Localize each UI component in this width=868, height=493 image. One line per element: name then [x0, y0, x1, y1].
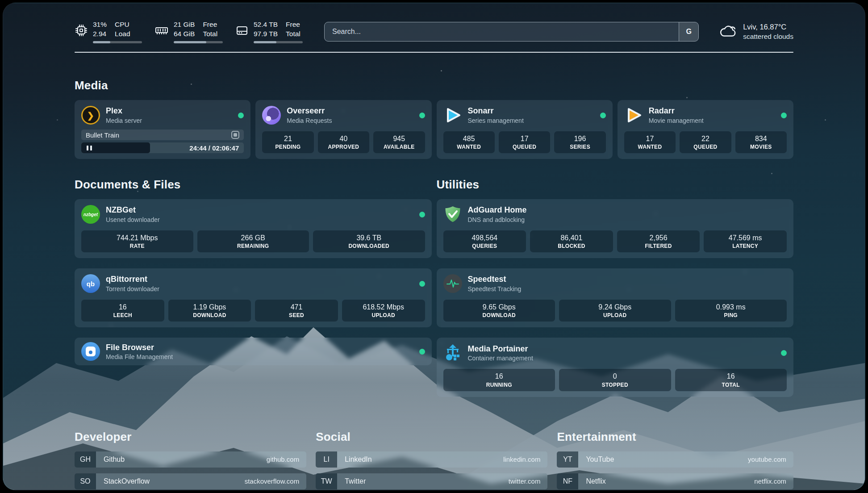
stat-rate: 744.21 MbpsRATE: [81, 230, 193, 252]
dashboard-window: 31% 2.94 CPU Load: [3, 3, 865, 490]
search-provider-button[interactable]: G: [679, 22, 698, 41]
bookmark-github[interactable]: GH Github github.com: [75, 451, 306, 468]
developer-section-title: Developer: [75, 430, 306, 444]
portainer-card[interactable]: Media Portainer Container management 16R…: [437, 338, 794, 397]
memory-total-value: 64 GiB: [174, 29, 195, 38]
weather-condition: scattered clouds: [743, 32, 793, 42]
memory-icon: [154, 24, 169, 39]
memory-widget: 21 GiB 64 GiB Free Total: [154, 20, 223, 43]
filebrowser-name: File Browser: [106, 343, 173, 353]
stat-ping: 0.993 msPING: [675, 300, 787, 322]
stat-filtered: 2,956FILTERED: [617, 230, 700, 252]
adguard-shield-icon: [443, 205, 462, 224]
plex-card[interactable]: ❯ Plex Media server Bullet Train 24:44: [75, 100, 250, 159]
disk-icon: [235, 24, 249, 39]
stat-download: 1.19 GbpsDOWNLOAD: [168, 300, 251, 322]
filebrowser-icon: [81, 342, 100, 361]
plex-icon: ❯: [81, 106, 100, 125]
search-input[interactable]: [325, 22, 679, 41]
disk-widget: 52.4 TB 97.9 TB Free Total: [235, 20, 303, 43]
section-utilities: Utilities AdGuard Home DNS and adblockin…: [437, 178, 794, 397]
stat-running: 16RUNNING: [443, 369, 555, 391]
weather-location-temp: Lviv, 16.87°C: [743, 22, 793, 32]
disk-progress-fill: [254, 41, 276, 43]
bookmark-youtube[interactable]: YT YouTube youtube.com: [557, 451, 793, 468]
stat-queued: 22QUEUED: [680, 131, 731, 153]
disk-free-value: 52.4 TB: [254, 20, 278, 29]
utilities-section-title: Utilities: [437, 178, 794, 192]
youtube-abbr-badge: YT: [557, 451, 578, 468]
memory-free-label: Free: [203, 20, 217, 29]
plex-now-playing-row: Bullet Train: [81, 130, 244, 140]
radarr-icon: [624, 106, 643, 125]
nzbget-card[interactable]: nzbget NZBGet Usenet downloader 744.21 M…: [75, 199, 432, 258]
weather-widget: Lviv, 16.87°C scattered clouds: [719, 22, 793, 41]
stat-leech: 16LEECH: [81, 300, 164, 322]
now-playing-title: Bullet Train: [86, 131, 119, 139]
stat-wanted: 17WANTED: [624, 131, 676, 153]
cpu-icon: [75, 24, 88, 39]
section-media: Media ❯ Plex Media server Bullet Train: [75, 79, 793, 159]
portainer-subtitle: Container management: [468, 354, 533, 362]
media-section-title: Media: [75, 79, 793, 92]
bookmark-twitter[interactable]: TW Twitter twitter.com: [316, 473, 547, 489]
nzbget-icon: nzbget: [81, 205, 100, 224]
cast-screen-icon: [231, 131, 239, 139]
filebrowser-status-dot: [419, 349, 425, 355]
stat-seed: 471SEED: [255, 300, 338, 322]
overseerr-subtitle: Media Requests: [287, 117, 332, 125]
adguard-card[interactable]: AdGuard Home DNS and adblocking 498,564Q…: [437, 199, 794, 258]
stackoverflow-abbr-badge: SO: [75, 473, 96, 489]
stat-downloaded: 39.6 TBDOWNLOADED: [313, 230, 425, 252]
stat-download: 9.65 GbpsDOWNLOAD: [443, 300, 555, 322]
linkedin-abbr-badge: LI: [316, 451, 337, 468]
cpu-label: CPU: [115, 20, 130, 29]
section-documents: Documents & Files nzbget NZBGet Usenet d…: [75, 178, 432, 365]
disk-total-label: Total: [286, 29, 300, 38]
sonarr-subtitle: Series management: [468, 117, 524, 125]
sonarr-card[interactable]: Sonarr Series management 485WANTED 17QUE…: [437, 100, 613, 159]
stat-queries: 498,564QUERIES: [443, 230, 526, 252]
stat-series: 196SERIES: [554, 131, 605, 153]
disk-total-value: 97.9 TB: [254, 29, 278, 38]
speedtest-card[interactable]: Speedtest Speedtest Tracking 9.65 GbpsDO…: [437, 268, 794, 327]
plex-status-dot: [238, 113, 244, 118]
documents-section-title: Documents & Files: [75, 178, 432, 192]
speedtest-icon: [443, 274, 462, 293]
overseerr-status-dot: [419, 113, 425, 118]
sonarr-name: Sonarr: [468, 106, 524, 116]
nzbget-subtitle: Usenet downloader: [106, 216, 160, 224]
portainer-crane-icon: [443, 343, 462, 362]
filebrowser-subtitle: Media File Management: [106, 353, 173, 361]
stat-movies: 834MOVIES: [735, 131, 787, 153]
radarr-card[interactable]: Radarr Movie management 17WANTED 22QUEUE…: [618, 100, 793, 159]
overseerr-name: Overseerr: [287, 106, 332, 116]
section-developer: Developer GH Github github.com SO StackO…: [75, 430, 306, 490]
cpu-progress-track: [93, 41, 142, 43]
bookmark-netflix[interactable]: NF Netflix netflix.com: [557, 473, 793, 489]
cpu-load-label: Load: [115, 29, 130, 38]
qbittorrent-icon: qb: [81, 274, 100, 293]
header-divider: [75, 52, 793, 53]
pause-button[interactable]: [81, 142, 150, 153]
speedtest-subtitle: Speedtest Tracking: [468, 285, 522, 293]
twitter-abbr-badge: TW: [316, 473, 337, 489]
stat-upload: 9.24 GbpsUPLOAD: [559, 300, 671, 322]
qbittorrent-card[interactable]: qb qBittorrent Torrent downloader 16LEEC…: [75, 268, 432, 327]
adguard-name: AdGuard Home: [468, 205, 527, 215]
cpu-progress-fill: [93, 41, 110, 43]
portainer-status-dot: [781, 350, 787, 356]
plex-name: Plex: [106, 106, 142, 116]
overseerr-card[interactable]: Overseerr Media Requests 21PENDING 40APP…: [255, 100, 431, 159]
cloud-icon: [719, 24, 737, 39]
memory-progress-track: [174, 41, 223, 43]
adguard-subtitle: DNS and adblocking: [468, 216, 527, 224]
radarr-status-dot: [781, 113, 787, 118]
filebrowser-card[interactable]: File Browser Media File Management: [75, 338, 432, 365]
stat-wanted: 485WANTED: [443, 131, 495, 153]
sonarr-icon: [443, 106, 462, 125]
stat-approved: 40APPROVED: [318, 131, 369, 153]
netflix-abbr-badge: NF: [557, 473, 578, 489]
bookmark-stackoverflow[interactable]: SO StackOverflow stackoverflow.com: [75, 473, 306, 489]
bookmark-linkedin[interactable]: LI LinkedIn linkedin.com: [316, 451, 547, 468]
